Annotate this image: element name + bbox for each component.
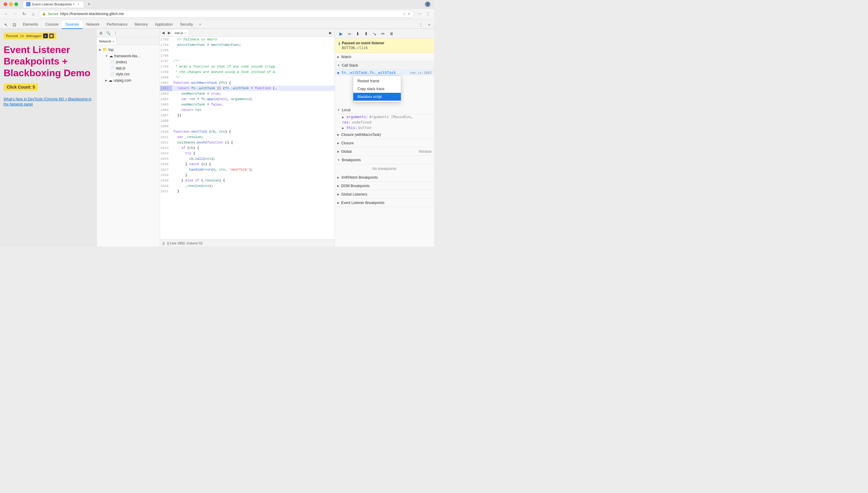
- navigate-forward-button[interactable]: ▶: [166, 30, 172, 36]
- menu-button[interactable]: ⋮: [425, 10, 432, 18]
- file-icon: 📄: [110, 60, 114, 64]
- file-tree-item-top[interactable]: ▶ 📁 top: [97, 46, 160, 53]
- devtools-more-button[interactable]: ⋮: [417, 21, 425, 28]
- file-tree-item-framework[interactable]: ▼ ☁ framework-bla…: [97, 53, 160, 59]
- breakpoints-section[interactable]: ▼ Breakpoints: [335, 156, 434, 164]
- xhr-breakpoints-label: XHR/fetch Breakpoints: [341, 175, 378, 179]
- call-stack-item[interactable]: ● fn._withTask.fn._withTask vue.js:1802: [335, 70, 434, 76]
- close-window-button[interactable]: [4, 2, 7, 6]
- file-tree-item-appjs[interactable]: 📄 app.js: [97, 65, 160, 71]
- cloud-folder-icon: ☁: [108, 78, 112, 83]
- new-tab-button[interactable]: +: [85, 1, 92, 7]
- call-stack-items: ● fn._withTask.fn._withTask vue.js:1802: [335, 70, 434, 76]
- file-tree-item-unpkg[interactable]: ▶ ☁ unpkg.com: [97, 77, 160, 84]
- file-tree-item-stylecss[interactable]: 📄 style.css: [97, 71, 160, 77]
- browser-tab-active[interactable]: ⚡ Event Listener Breakpoints + ×: [23, 1, 84, 7]
- xhr-breakpoints-section[interactable]: ▶ XHR/fetch Breakpoints: [335, 173, 434, 182]
- paused-info-title: Paused on event listener: [342, 41, 384, 45]
- user-avatar[interactable]: 👤: [425, 1, 430, 7]
- chevron-right-icon: ▶: [337, 176, 339, 179]
- pause-on-exceptions-button[interactable]: ⏸: [388, 30, 395, 37]
- context-menu-restart-frame[interactable]: Restart frame: [353, 77, 401, 85]
- extensions-button[interactable]: ⋯: [416, 10, 423, 18]
- step-into-button[interactable]: ⬇: [354, 30, 361, 37]
- file-tree-label: top: [108, 48, 114, 52]
- file-tree-label: unpkg.com: [114, 78, 131, 83]
- sources-overflow-button[interactable]: ⋮: [112, 30, 118, 36]
- code-area[interactable]: 1793 // fallback to macro 1794 microTime…: [160, 37, 334, 239]
- event-listener-breakpoints-section[interactable]: ▶ Event Listener Breakpoints: [335, 198, 434, 207]
- code-line-1811: 1811 var _resolve;: [160, 134, 334, 140]
- step-button[interactable]: ↘: [371, 30, 378, 37]
- call-stack-section[interactable]: ▼ Call Stack: [335, 61, 434, 70]
- code-line-1797: 1797 /**: [160, 59, 334, 64]
- tab-performance[interactable]: Performance: [103, 21, 131, 29]
- file-tab-name: vue.js: [174, 31, 183, 35]
- tab-elements[interactable]: Elements: [19, 21, 42, 29]
- tab-security[interactable]: Security: [176, 21, 196, 29]
- tab-title: Event Listener Breakpoints +: [32, 2, 75, 6]
- code-line-1796: 1796: [160, 53, 334, 59]
- dom-breakpoints-section[interactable]: ▶ DOM Breakpoints: [335, 182, 434, 190]
- devtools-device-toggle[interactable]: ⊡: [11, 21, 18, 28]
- context-menu: Restart frame Copy stack trace Blackbox …: [353, 76, 401, 102]
- title-bar: ⚡ Event Listener Breakpoints + × + 👤: [0, 0, 434, 8]
- context-menu-copy-stack-trace[interactable]: Copy stack trace: [353, 85, 401, 93]
- file-tree-label: style.css: [116, 72, 130, 76]
- sources-network-label: Network: [99, 40, 111, 43]
- tab-overflow-button[interactable]: »: [196, 20, 204, 28]
- minimize-window-button[interactable]: [9, 2, 13, 6]
- sources-tab-network[interactable]: Network »: [97, 37, 117, 45]
- tab-memory[interactable]: Memory: [131, 21, 151, 29]
- sidebar-toggle-button[interactable]: ⊞: [98, 30, 104, 36]
- code-line-1805: 1805 useMacroTask = false;: [160, 102, 334, 107]
- css-file-icon: 📄: [110, 72, 114, 76]
- close-tab-button[interactable]: ×: [77, 2, 81, 6]
- bookmark-icon[interactable]: ☆: [403, 12, 406, 16]
- code-line-1809: 1809: [160, 124, 334, 129]
- run-snippet-button[interactable]: ▶: [327, 30, 333, 36]
- chevron-right-icon: ▶: [337, 142, 339, 145]
- devtools-element-inspector[interactable]: ↖: [2, 21, 9, 28]
- event-listener-breakpoints-label: Event Listener Breakpoints: [341, 201, 384, 205]
- tab-network[interactable]: Network: [83, 21, 103, 29]
- sources-search-button[interactable]: 🔍: [105, 30, 111, 36]
- closure-section[interactable]: ▶ Closure: [335, 139, 434, 147]
- code-line-1813: 1813 if (cb) {: [160, 145, 334, 151]
- local-scope-section[interactable]: ▼ Local: [335, 106, 434, 114]
- resume-execution-button[interactable]: ▶: [337, 30, 345, 37]
- network-panel-link[interactable]: What's New In DevTools (Chrome 66) > Bla…: [4, 97, 93, 107]
- address-bar[interactable]: 🔒 Secure https://framework-blackboxing.g…: [39, 10, 414, 18]
- tab-application[interactable]: Application: [151, 21, 176, 29]
- resume-from-paused-button[interactable]: ▶: [43, 34, 48, 38]
- home-button[interactable]: ⌂: [29, 10, 37, 18]
- code-line-1821: 1821 }: [160, 189, 334, 194]
- reload-button[interactable]: ↻: [21, 10, 28, 18]
- sources-tab-overflow[interactable]: »: [112, 40, 114, 43]
- tab-sources[interactable]: Sources: [62, 21, 83, 29]
- file-tree-item-index[interactable]: 📄 (index): [97, 59, 160, 65]
- chevron-right-icon: ▶: [337, 133, 339, 136]
- context-menu-blackbox-script[interactable]: Blackbox script: [353, 93, 401, 101]
- tab-console[interactable]: Console: [42, 21, 62, 29]
- format-toggle-icon[interactable]: {}: [162, 241, 165, 245]
- global-scope-section[interactable]: ▶ Global Window: [335, 147, 434, 156]
- watch-section[interactable]: ▶ Watch: [335, 53, 434, 61]
- close-file-tab-button[interactable]: ×: [185, 31, 186, 35]
- debugger-scroll[interactable]: ▶ Watch ▼ Call Stack ● fn._withTask.fn._…: [335, 53, 434, 246]
- back-button[interactable]: ←: [2, 10, 9, 18]
- step-over-button[interactable]: ⤼: [346, 30, 353, 37]
- closure-withmacrotask-section[interactable]: ▶ Closure (withMacroTask): [335, 130, 434, 139]
- paused-badge: Paused in debugger ▶ ⏩: [4, 33, 56, 39]
- devtools-close-button[interactable]: ×: [426, 21, 433, 28]
- step-button[interactable]: ⏩: [49, 34, 54, 38]
- maximize-window-button[interactable]: [15, 2, 18, 6]
- file-tab-vuejs[interactable]: vue.js ×: [172, 29, 189, 37]
- step-out-button[interactable]: ⬆: [363, 30, 370, 37]
- chevron-down-icon: ▼: [105, 55, 108, 58]
- navigate-back-button[interactable]: ◀: [160, 30, 166, 36]
- deactivate-breakpoints-button[interactable]: ✏: [379, 30, 387, 37]
- code-line-1801: 1801 function withMacroTask (fn) {: [160, 80, 334, 86]
- code-line-1818: 1818 }: [160, 172, 334, 178]
- global-listeners-section[interactable]: ▶ Global Listeners: [335, 190, 434, 198]
